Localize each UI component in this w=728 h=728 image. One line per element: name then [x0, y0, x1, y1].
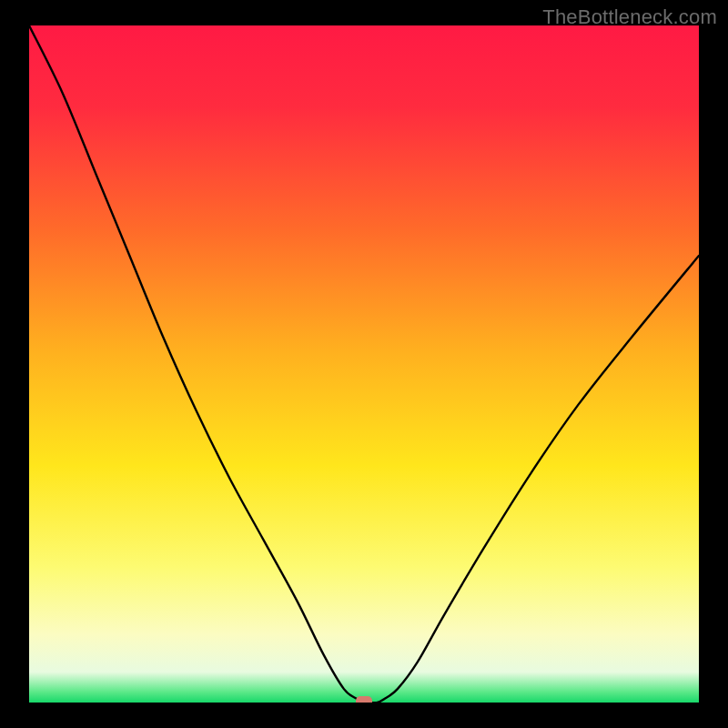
chart-svg — [29, 25, 699, 703]
chart-frame: TheBottleneck.com — [0, 0, 728, 728]
optimal-marker — [356, 696, 372, 703]
gradient-background — [29, 25, 699, 703]
plot-area — [29, 25, 699, 703]
